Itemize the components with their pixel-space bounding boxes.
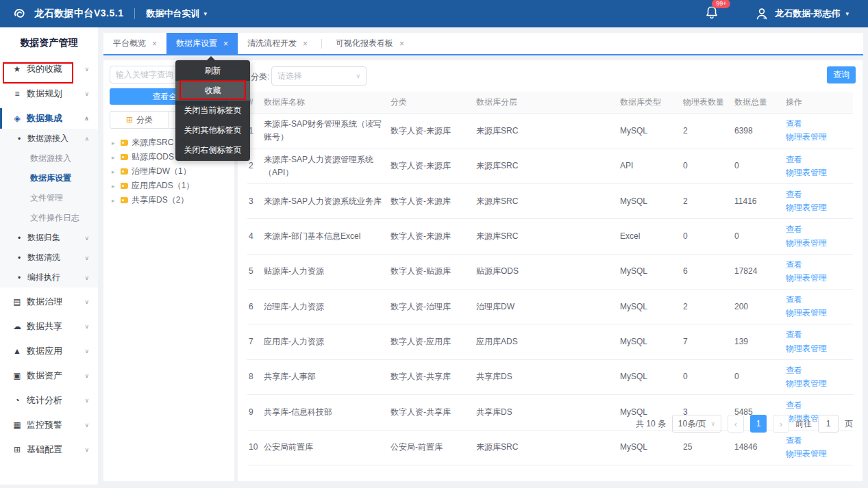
context-menu-item-refresh[interactable]: 刷新 — [175, 61, 250, 81]
category-toggle-button[interactable]: ⊞ 分类 — [110, 111, 169, 129]
close-icon[interactable]: × — [303, 39, 308, 49]
view-link[interactable]: 查看 — [786, 155, 802, 164]
physical-table-manage-link[interactable]: 物理表管理 — [786, 449, 827, 459]
context-menu-item-favorite[interactable]: 收藏 — [175, 81, 250, 101]
cell-data-total: 17824 — [734, 261, 786, 282]
page-size-select[interactable]: 10条/页 ∨ — [672, 415, 721, 433]
physical-table-manage-link[interactable]: 物理表管理 — [786, 132, 827, 142]
tree-item-label: 应用库ADS（1） — [132, 180, 194, 192]
sidebar-item-data-application[interactable]: ▲数据应用∨ — [0, 341, 98, 361]
close-icon[interactable]: × — [152, 39, 157, 49]
notification-bell-icon[interactable]: 99+ — [705, 5, 719, 23]
physical-table-manage-link[interactable]: 物理表管理 — [786, 308, 827, 318]
tab-database-settings[interactable]: 数据库设置× — [166, 33, 238, 54]
pagination: 共 10 条 10条/页 ∨ ‹ 1 › 前往 页 — [636, 415, 853, 433]
tree-item[interactable]: ▸共享库DS（2） — [110, 193, 228, 207]
cell-table-count: 6 — [683, 261, 734, 282]
sidebar-item-my-favorites[interactable]: ★我的收藏∨ — [0, 59, 98, 79]
chevron-down-icon: ∨ — [84, 255, 89, 261]
physical-table-manage-link[interactable]: 物理表管理 — [786, 238, 827, 248]
sidebar-item-database-settings[interactable]: 数据库设置 — [0, 168, 98, 188]
physical-table-manage-link[interactable]: 物理表管理 — [786, 273, 827, 283]
sidebar-item-file-operation-log[interactable]: 文件操作日志 — [0, 208, 98, 228]
view-link[interactable]: 查看 — [786, 190, 802, 199]
workspace-switcher[interactable]: 数据中台实训 ▾ — [146, 8, 207, 20]
table-body: 1来源库-SAP财务管理系统（读写账号）数字人资-来源库来源库SRCMySQL2… — [247, 114, 853, 465]
close-icon[interactable]: × — [223, 39, 228, 49]
sidebar-item-file-management[interactable]: 文件管理 — [0, 188, 98, 208]
cell-index: 9 — [247, 402, 264, 423]
context-menu-item-close-other-tabs[interactable]: 关闭其他标签页 — [175, 120, 250, 140]
table-row: 1来源库-SAP财务管理系统（读写账号）数字人资-来源库来源库SRCMySQL2… — [247, 114, 853, 149]
context-menu-item-close-current-tab[interactable]: 关闭当前标签页 — [175, 101, 250, 120]
view-link[interactable]: 查看 — [786, 119, 802, 129]
sidebar-item-data-cleaning[interactable]: •数据清洗∨ — [0, 248, 98, 268]
cell-index: 4 — [247, 226, 264, 247]
close-icon[interactable]: × — [399, 39, 404, 49]
goto-page-input[interactable] — [818, 415, 839, 433]
sidebar-item-data-sharing[interactable]: ☁数据共享∨ — [0, 316, 98, 337]
view-link[interactable]: 查看 — [786, 400, 802, 410]
physical-table-manage-link[interactable]: 物理表管理 — [786, 203, 827, 212]
sidebar-item-datasource-access[interactable]: •数据源接入∧ — [0, 129, 98, 149]
cell-table-count: 0 — [683, 366, 734, 387]
column-header: 分类 — [390, 92, 476, 113]
bullet-icon: • — [18, 253, 25, 263]
cell-index: 8 — [247, 366, 264, 387]
cell-table-count: 2 — [683, 191, 734, 212]
tree-item[interactable]: ▸应用库ADS（1） — [110, 179, 228, 193]
tab-visual-report-board[interactable]: 可视化报表看板× — [326, 33, 414, 54]
chevron-down-icon: ∨ — [84, 397, 89, 404]
chevron-up-icon: ∧ — [84, 136, 89, 142]
next-page-button[interactable]: › — [773, 415, 789, 433]
cell-actions: 查看物理表管理 — [786, 149, 853, 183]
sidebar-item-data-integration[interactable]: ◈数据集成∧ — [0, 108, 98, 129]
sidebar-item-data-collection[interactable]: •数据归集∨ — [0, 228, 98, 248]
goto-unit: 页 — [845, 418, 853, 430]
page-number-button[interactable]: 1 — [750, 415, 767, 433]
tab-cleaning-flow-dev[interactable]: 清洗流程开发× — [238, 33, 317, 54]
tree-item[interactable]: ▸治理库DW（1） — [110, 164, 228, 179]
sidebar-item-monitoring-alert[interactable]: ▦监控预警∨ — [0, 415, 98, 435]
app-header: 龙石数据中台V3.5.1 数据中台实训 ▾ 99+ 龙石数据-郑志伟 ▾ — [0, 0, 868, 27]
sidebar-item-orchestration[interactable]: •编排执行∨ — [0, 268, 98, 287]
expand-arrow-icon[interactable]: ▸ — [112, 197, 117, 204]
tab-divider — [321, 39, 322, 49]
view-link[interactable]: 查看 — [786, 436, 802, 446]
sidebar-item-data-governance[interactable]: ▤数据治理∨ — [0, 292, 98, 312]
governance-icon: ▤ — [12, 297, 23, 307]
expand-arrow-icon[interactable]: ▸ — [112, 168, 117, 175]
tag-icon — [121, 197, 128, 203]
user-menu[interactable]: 龙石数据-郑志伟 ▾ — [754, 6, 849, 21]
view-link[interactable]: 查看 — [786, 260, 802, 270]
expand-arrow-icon[interactable]: ▸ — [112, 154, 117, 161]
physical-table-manage-link[interactable]: 物理表管理 — [786, 168, 827, 177]
physical-table-manage-link[interactable]: 物理表管理 — [786, 378, 827, 388]
sidebar-item-statistics-analysis[interactable]: ◔统计分析∨ — [0, 390, 98, 411]
prev-page-button[interactable]: ‹ — [728, 415, 744, 433]
sidebar-item-datasource-access-page[interactable]: 数据源接入 — [0, 149, 98, 168]
sidebar-item-basic-config[interactable]: ⊞基础配置∨ — [0, 439, 98, 460]
category-select[interactable]: 请选择 ∨ — [271, 66, 367, 86]
cell-layer: 来源库SRC — [476, 226, 620, 247]
query-button[interactable]: 查询 — [827, 66, 856, 84]
table-row: 3来源库-SAP人力资源系统业务库数字人资-来源库来源库SRCMySQL2114… — [247, 184, 853, 219]
chevron-down-icon: ∨ — [711, 420, 716, 427]
chevron-down-icon: ∨ — [84, 298, 89, 305]
tab-platform-overview[interactable]: 平台概览× — [103, 33, 166, 54]
view-link[interactable]: 查看 — [786, 295, 802, 305]
view-link[interactable]: 查看 — [786, 365, 802, 375]
cell-category: 数字人资-共享库 — [390, 402, 476, 423]
physical-table-manage-link[interactable]: 物理表管理 — [786, 344, 827, 353]
integration-icon: ◈ — [12, 114, 23, 123]
expand-arrow-icon[interactable]: ▸ — [112, 140, 117, 146]
tag-icon — [121, 140, 128, 146]
sidebar-item-label: 数据库设置 — [30, 172, 71, 184]
view-link[interactable]: 查看 — [786, 330, 802, 339]
sidebar-item-data-asset[interactable]: ▣数据资产∨ — [0, 365, 98, 386]
cell-category: 数字人资-来源库 — [390, 120, 476, 142]
view-link[interactable]: 查看 — [786, 224, 802, 234]
context-menu-item-close-right-tabs[interactable]: 关闭右侧标签页 — [175, 140, 250, 160]
sidebar-item-data-planning[interactable]: ≡数据规划∨ — [0, 84, 98, 104]
expand-arrow-icon[interactable]: ▸ — [112, 183, 117, 190]
